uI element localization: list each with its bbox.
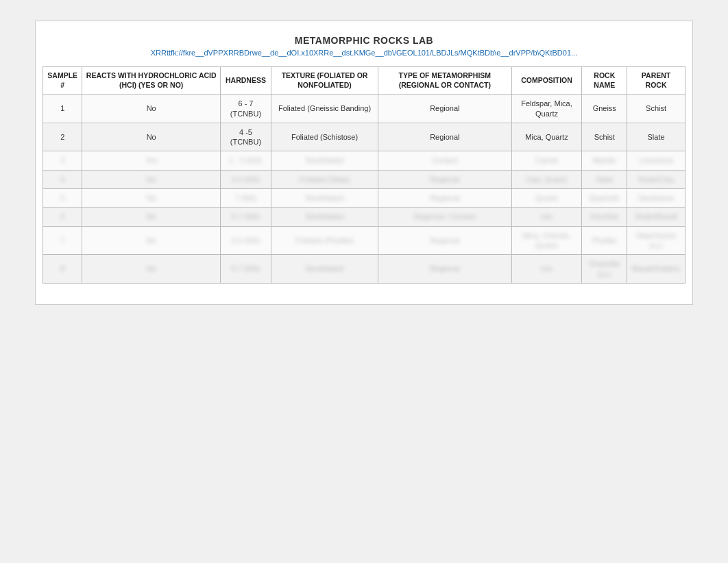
table-cell: 3-4 (NS): [220, 170, 271, 188]
table-row: 8No6-7 (NS)NonfoliatedRegionalmixGranuli…: [43, 255, 685, 284]
lab-title: METAMORPHIC ROCKS LAB: [43, 35, 685, 46]
table-row: 5No7 (NS)NonfoliatedRegionalQuartzQuartz…: [43, 189, 685, 208]
table-cell: Phyllite: [582, 226, 627, 255]
col-reacts: REACTS WITH HYDROCHLORIC ACID (HCl) (YES…: [82, 67, 221, 95]
table-cell: Mica, Quartz: [511, 123, 582, 151]
table-cell: No: [82, 123, 221, 151]
table-cell: No: [82, 226, 221, 255]
metamorphic-table: SAMPLE # REACTS WITH HYDROCHLORIC ACID (…: [43, 66, 685, 284]
header-url[interactable]: XRRttfk://fkre__dVPPXRRBDrwe__de__dOI.x1…: [43, 49, 685, 57]
table-cell: No: [82, 170, 221, 188]
table-cell: No: [82, 189, 221, 208]
col-hardness: HARDNESS: [220, 67, 271, 95]
table-cell: Regional / Contact: [378, 208, 511, 226]
table-cell: Feldspar, Mica, Quartz: [511, 95, 582, 123]
col-parent-rock: PARENT ROCK: [627, 67, 685, 95]
table-cell: Calcite: [511, 151, 582, 170]
table-cell: 3: [43, 151, 82, 170]
table-cell: Yes: [82, 151, 221, 170]
table-cell: Slate/Schist (LL): [627, 226, 685, 255]
table-cell: No: [82, 255, 221, 284]
table-cell: Gneiss: [582, 95, 627, 123]
table-cell: 6-7 (NS): [220, 208, 271, 226]
table-cell: 6 - 7 (TCNBU): [220, 95, 271, 123]
table-cell: Foliated (Gneissic Banding): [271, 95, 378, 123]
table-cell: mix: [511, 208, 582, 226]
table-cell: 7: [43, 226, 82, 255]
table-cell: Regional: [378, 226, 511, 255]
table-cell: Clay, Quartz: [511, 170, 582, 188]
table-cell: Slate: [582, 170, 627, 188]
col-sample: SAMPLE #: [43, 67, 82, 95]
col-texture: TEXTURE (FOLIATED OR NONFOLIATED): [271, 67, 378, 95]
table-cell: Limestone: [627, 151, 685, 170]
table-cell: Nonfoliated: [271, 151, 378, 170]
table-cell: Quartz: [511, 189, 582, 208]
table-cell: Granulite (LL): [582, 255, 627, 284]
table-row: 2No4 -5 (TCNBU)Foliated (Schistose)Regio…: [43, 123, 685, 151]
table-cell: 6-7 (NS): [220, 255, 271, 284]
col-type: TYPE OF METAMORPHISM (REGIONAL OR CONTAC…: [378, 67, 511, 95]
table-cell: Contact: [378, 151, 511, 170]
table-cell: Nonfoliated: [271, 255, 378, 284]
table-cell: Sandstone: [627, 189, 685, 208]
table-cell: 2: [43, 123, 82, 151]
table-cell: Nonfoliated: [271, 208, 378, 226]
table-cell: 7 (NS): [220, 189, 271, 208]
table-cell: Foliated (Phyllite): [271, 226, 378, 255]
main-container: METAMORPHIC ROCKS LAB XRRttfk://fkre__dV…: [35, 21, 693, 305]
table-cell: Schist: [627, 95, 685, 123]
col-rock-name: ROCK NAME: [582, 67, 627, 95]
table-cell: Nonfoliated: [271, 189, 378, 208]
table-cell: Quartzite: [582, 189, 627, 208]
table-row: 3Yes1 - 3 (NS)NonfoliatedContactCalciteM…: [43, 151, 685, 170]
table-cell: Foliated (Schistose): [271, 123, 378, 151]
table-cell: Slate: [627, 123, 685, 151]
table-cell: 1: [43, 95, 82, 123]
table-cell: Regional: [378, 255, 511, 284]
table-cell: 1 - 3 (NS): [220, 151, 271, 170]
table-row: 6No6-7 (NS)NonfoliatedRegional / Contact…: [43, 208, 685, 226]
table-row: 1No6 - 7 (TCNBU)Foliated (Gneissic Bandi…: [43, 95, 685, 123]
table-cell: Hornfels: [582, 208, 627, 226]
table-cell: Regional: [378, 170, 511, 188]
table-cell: 4 -5 (TCNBU): [220, 123, 271, 151]
table-cell: 4: [43, 170, 82, 188]
table-cell: mix: [511, 255, 582, 284]
table-cell: Shale/Clay: [627, 170, 685, 188]
table-cell: No: [82, 208, 221, 226]
table-cell: 6: [43, 208, 82, 226]
table-cell: 3-4 (NS): [220, 226, 271, 255]
table-cell: Foliated (Slaty): [271, 170, 378, 188]
table-cell: Basalt/Gabbro: [627, 255, 685, 284]
table-cell: Regional: [378, 95, 511, 123]
table-cell: No: [82, 95, 221, 123]
table-cell: Marble: [582, 151, 627, 170]
table-cell: 8: [43, 255, 82, 284]
table-row: 4No3-4 (NS)Foliated (Slaty)RegionalClay,…: [43, 170, 685, 188]
table-header-row: SAMPLE # REACTS WITH HYDROCHLORIC ACID (…: [43, 67, 685, 95]
header: METAMORPHIC ROCKS LAB XRRttfk://fkre__dV…: [43, 35, 685, 57]
col-composition: COMPOSITION: [511, 67, 582, 95]
table-cell: Schist: [582, 123, 627, 151]
table-cell: Shale/Basalt: [627, 208, 685, 226]
table-cell: Regional: [378, 189, 511, 208]
table-cell: Regional: [378, 123, 511, 151]
table-cell: Mica, Chlorite, Quartz: [511, 226, 582, 255]
table-cell: 5: [43, 189, 82, 208]
table-row: 7No3-4 (NS)Foliated (Phyllite)RegionalMi…: [43, 226, 685, 255]
